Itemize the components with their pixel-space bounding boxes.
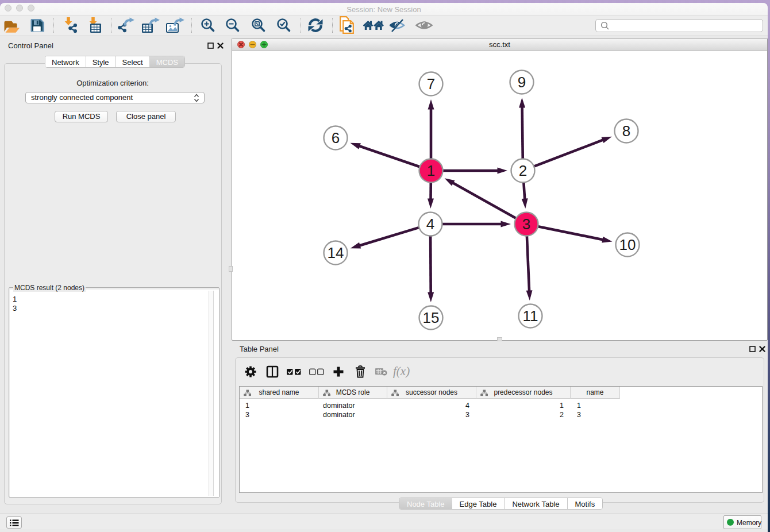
svg-text:3: 3	[522, 215, 530, 233]
svg-text:2: 2	[519, 162, 527, 179]
svg-text:1: 1	[427, 162, 435, 179]
svg-text:4: 4	[426, 215, 434, 233]
svg-text:f(x): f(x)	[393, 364, 410, 378]
svg-text:10: 10	[619, 236, 636, 253]
svg-text:9: 9	[518, 74, 526, 91]
svg-text:11: 11	[523, 307, 538, 325]
svg-text:14: 14	[328, 244, 344, 261]
svg-text:15: 15	[423, 309, 440, 326]
svg-text:8: 8	[622, 122, 630, 140]
svg-text:7: 7	[427, 75, 435, 92]
svg-text:6: 6	[332, 129, 340, 147]
